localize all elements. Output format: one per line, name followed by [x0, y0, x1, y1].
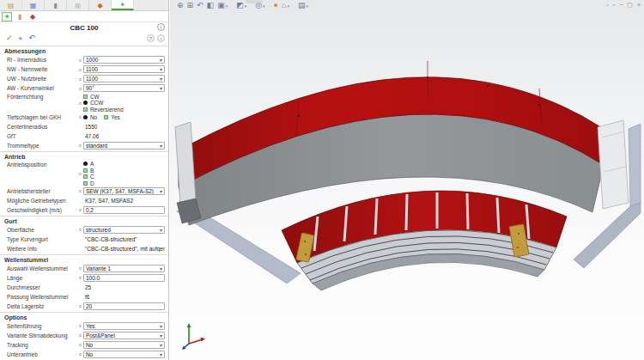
field-row: Förderrichtung≡CWCCWReversierend	[0, 93, 168, 113]
dimxpert-tab-icon: ◆	[97, 2, 102, 9]
configurator-form: AbmessungenRi - Innenradius≡1000▾NW - Ne…	[0, 44, 168, 360]
field-options-icon: ≡	[79, 351, 82, 357]
configurator-subtab-icon: ✦	[4, 13, 10, 21]
input-länge[interactable]: 100.0	[83, 274, 165, 282]
field-row: Unterantrieb≡No▾	[0, 350, 168, 359]
field-row: Variante Stirnabdeckung≡Post&Panel▾	[0, 331, 168, 340]
export-subtab[interactable]: ◆	[27, 12, 38, 21]
dropdown-trommeltype[interactable]: standard▾	[83, 142, 165, 149]
field-row: Ri - Innenradius≡1000▾	[0, 55, 168, 64]
pin-button[interactable]: ‹	[157, 34, 165, 42]
dropdown-antriebshersteller[interactable]: SEW (K37, S47, MSFA-S2)▾	[83, 187, 165, 195]
field-label-aw-kurvenwinkel: AW - Kurvenwinkel	[7, 85, 79, 91]
field-options-icon: ≡	[79, 58, 82, 63]
dropdown-uw-nutzbreite[interactable]: 1100▾	[83, 75, 165, 82]
radio-unselected-icon	[83, 107, 88, 112]
section-header-options: Options	[0, 312, 168, 321]
radio-option-reversierend[interactable]: Reversierend	[83, 107, 124, 113]
field-control: ≡No▾	[79, 351, 165, 358]
radio-unselected-icon	[83, 95, 88, 99]
field-value: 1000	[86, 57, 160, 63]
field-value: Yes	[86, 323, 160, 329]
field-label-gft: GfT	[7, 133, 79, 139]
dropdown-variante-stirnabdeckung[interactable]: Post&Panel▾	[83, 332, 165, 339]
radio-option-label: CW	[90, 94, 100, 100]
dropdown-auswahl-wellenstummel[interactable]: Variante 1▾	[83, 265, 165, 272]
field-control: ≡100.0	[79, 274, 165, 282]
field-value: standard	[86, 143, 160, 149]
feature-tree-tab-icon: ▤	[8, 2, 15, 9]
field-value: 90°	[86, 85, 160, 91]
dropdown-aw-kurvenwinkel[interactable]: 90°▾	[83, 84, 165, 92]
configuration-tab[interactable]: ◎	[67, 0, 89, 10]
radio-option-label: A	[90, 161, 94, 167]
field-row: Durchmesser25	[0, 283, 168, 292]
parameters-subtab[interactable]: ▮	[15, 12, 25, 21]
chevron-down-icon: ▾	[160, 333, 162, 339]
radio-option-c[interactable]: C	[83, 174, 94, 180]
input-delta-lagersitz[interactable]: 20	[83, 302, 165, 310]
cad-application-window: ▤▦▮◎◆✦ ✦▮◆ CBC 100 i ✓ × ↶ ? ‹ Abmessung…	[0, 0, 644, 360]
chevron-down-icon: ▾	[160, 57, 162, 63]
field-options-icon: ≡	[79, 114, 82, 119]
field-control: ≡CWCCWReversierend	[79, 94, 165, 113]
cancel-button[interactable]: ×	[19, 34, 23, 42]
field-row: Antriebsposition≡ABCD	[0, 161, 168, 186]
page-title: CBC 100	[70, 24, 99, 32]
radio-unselected-icon	[83, 168, 88, 173]
chevron-down-icon: ▾	[160, 188, 162, 194]
help-button[interactable]: ?	[147, 34, 155, 42]
field-options-icon: ≡	[79, 101, 82, 106]
curved-conveyor-model[interactable]	[170, 0, 644, 360]
field-control: ≡standard▾	[79, 142, 165, 149]
dropdown-tracking[interactable]: No▾	[83, 341, 165, 349]
panel-tab-strip: ▤▦▮◎◆✦	[0, 0, 168, 11]
radio-group-förderrichtung: CWCCWReversierend	[83, 94, 124, 113]
radio-selected-icon	[83, 115, 88, 119]
field-control: f6	[79, 294, 165, 300]
input-geschwindigkeit-m-s[interactable]: 0,2	[83, 206, 165, 214]
field-label-geschwindigkeit-m-s: Geschwindigkeit (m/s)	[7, 207, 79, 213]
dropdown-unterantrieb[interactable]: No▾	[83, 351, 165, 358]
field-control: ≡NoYes	[79, 114, 165, 120]
undo-button[interactable]: ↶	[28, 34, 35, 42]
radio-option-ccw[interactable]: CCW	[83, 101, 124, 107]
dropdown-ri-innenradius[interactable]: 1000▾	[83, 56, 165, 64]
dropdown-oberfläche[interactable]: structured▾	[83, 226, 165, 234]
person-tab[interactable]: ▮	[45, 0, 67, 10]
radio-option-cw[interactable]: CW	[83, 94, 124, 100]
field-control: "CBC-CB-structured"	[79, 236, 165, 242]
chevron-down-icon: ▾	[160, 143, 162, 149]
radio-unselected-icon	[104, 115, 108, 119]
radio-option-a[interactable]: A	[83, 162, 94, 168]
chevron-down-icon: ▾	[160, 85, 162, 91]
radio-option-b[interactable]: B	[83, 168, 94, 174]
radio-option-d[interactable]: D	[83, 180, 94, 186]
property-tab[interactable]: ▦	[22, 0, 45, 10]
field-label-antriebsposition: Antriebsposition	[7, 162, 79, 168]
field-control: ≡20	[79, 302, 165, 310]
radio-option-yes[interactable]: Yes	[104, 114, 120, 120]
field-control: ≡Variante 1▾	[79, 265, 165, 272]
feature-tree-tab[interactable]: ▤	[0, 0, 22, 10]
model-right-endcap[interactable]	[598, 120, 629, 209]
configuration-tab-icon: ◎	[75, 2, 81, 9]
field-row: Länge≡100.0	[0, 273, 168, 283]
field-options-icon: ≡	[79, 275, 82, 280]
configurator-subtab[interactable]: ✦	[2, 12, 12, 21]
info-icon[interactable]: i	[157, 23, 165, 31]
radio-unselected-icon	[83, 174, 88, 179]
dropdown-seitenführung[interactable]: Yes▾	[83, 322, 165, 330]
field-row: NW - Nennweite≡1100▾	[0, 64, 168, 74]
radio-option-no[interactable]: No	[83, 114, 97, 120]
dropdown-nw-nennweite[interactable]: 1100▾	[83, 65, 165, 73]
export-subtab-icon: ◆	[30, 13, 35, 21]
radio-option-label: No	[90, 114, 97, 120]
ok-button[interactable]: ✓	[6, 34, 13, 42]
dimxpert-tab[interactable]: ◆	[89, 0, 112, 10]
graphics-viewport[interactable]: ⊕⊞↶◧▣▾·◩▾·◎▾·●⌂▾·▤▾· ▫▫−▢×	[170, 0, 644, 360]
field-row: AW - Kurvenwinkel≡90°▾	[0, 83, 168, 93]
field-label-antriebshersteller: Antriebshersteller	[7, 188, 79, 194]
field-options-icon: ≡	[79, 143, 82, 148]
configurator-tab[interactable]: ✦	[112, 0, 134, 10]
